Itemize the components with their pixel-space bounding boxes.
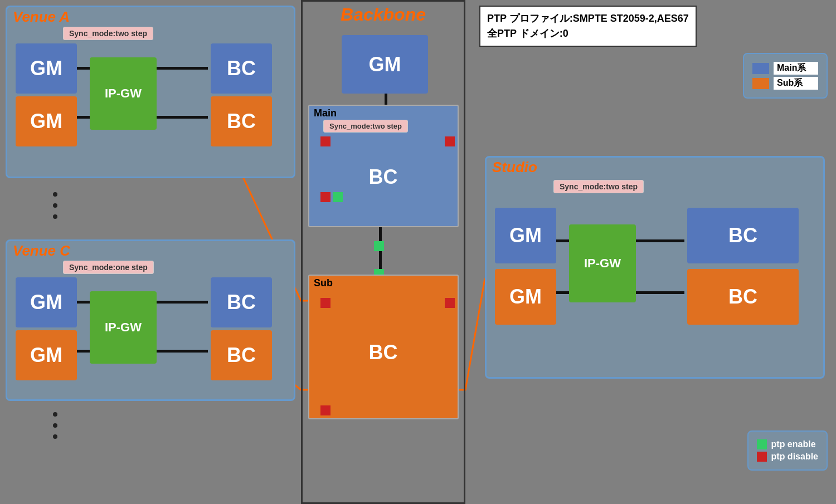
backbone-sub-label: Sub xyxy=(314,277,333,289)
legend-sub-swatch xyxy=(752,78,769,89)
sub-bc-ptp-disable-tr xyxy=(445,298,455,308)
sub-bc-ptp-disable-bl xyxy=(320,405,330,415)
venue-a-gm-bottom: GM xyxy=(16,96,77,146)
dot2 xyxy=(53,203,57,208)
backbone-main-bc: BC xyxy=(320,136,446,217)
studio-bc-bottom: BC xyxy=(687,269,799,325)
venue-a-bc-top: BC xyxy=(211,43,272,94)
venue-a-sync: Sync_mode:two step xyxy=(63,27,153,40)
venue-a: Venue A Sync_mode:two step GM GM IP-GW B… xyxy=(6,6,295,178)
venue-a-ipgw: IP-GW xyxy=(90,57,157,130)
ptp-enable-swatch xyxy=(757,439,767,449)
main-bc-ptp-disable-tr xyxy=(445,136,455,146)
backbone-sync: Sync_mode:two step xyxy=(323,120,408,133)
studio-bc-top: BC xyxy=(687,208,799,263)
venue-c-bc-top: BC xyxy=(211,277,272,327)
venue-a-gm-top: GM xyxy=(16,43,77,94)
legend-box: Main系 Sub系 xyxy=(743,53,828,99)
venue-c-ipgw: IP-GW xyxy=(90,291,157,364)
dot6 xyxy=(53,434,57,439)
backbone-main-section: Main Sync_mode:two step BC xyxy=(308,105,459,227)
venue-c-bc-bottom: BC xyxy=(211,330,272,380)
bb-ptp-enable-mid xyxy=(374,241,384,251)
ptp-disable-swatch xyxy=(757,452,767,462)
venue-a-label: Venue A xyxy=(13,8,70,26)
legend-main-label: Main系 xyxy=(774,62,818,75)
st-hline3 xyxy=(629,239,684,242)
ptp-enable-label: ptp enable xyxy=(771,439,816,449)
info-line2: 全PTP ドメイン:0 xyxy=(487,26,689,41)
venue-a-bc-bottom: BC xyxy=(211,96,272,146)
studio-gm-top: GM xyxy=(495,208,556,263)
vc-hline3 xyxy=(152,301,208,304)
venue-c-sync: Sync_mode:one step xyxy=(63,261,154,274)
legend-sub-label: Sub系 xyxy=(774,77,818,90)
studio-ipgw: IP-GW xyxy=(569,224,636,302)
backbone: Backbone GM Main Sync_mode:two step BC S… xyxy=(301,0,465,504)
main-bc-ptp-disable-bl xyxy=(320,192,330,202)
studio: Studio Sync_mode:two step GM GM IP-GW BC… xyxy=(485,156,825,379)
ptp-disable-legend-item: ptp disable xyxy=(757,452,818,462)
studio-gm-bottom: GM xyxy=(495,269,556,325)
va-hline4 xyxy=(152,116,208,119)
legend-main-item: Main系 xyxy=(752,62,818,75)
st-hline4 xyxy=(629,291,684,294)
main-bc-ptp-disable-tl xyxy=(320,136,330,146)
studio-sync: Sync_mode:two step xyxy=(553,180,644,193)
main-bc-ptp-enable-bl xyxy=(333,192,343,202)
vc-hline4 xyxy=(152,350,208,353)
studio-label: Studio xyxy=(492,159,537,176)
backbone-main-label: Main xyxy=(314,107,337,119)
info-box: PTP プロファイル:SMPTE ST2059-2,AES67 全PTP ドメイ… xyxy=(479,6,697,47)
backbone-sub-bc: BC xyxy=(320,298,446,407)
va-hline3 xyxy=(152,67,208,70)
dot4 xyxy=(53,412,57,417)
backbone-gm: GM xyxy=(342,35,428,94)
ptp-enable-legend-item: ptp enable xyxy=(757,439,818,449)
info-line1: PTP プロファイル:SMPTE ST2059-2,AES67 xyxy=(487,11,689,26)
backbone-label: Backbone xyxy=(341,4,426,25)
venue-c-label: Venue C xyxy=(13,242,70,260)
venue-c: Venue C Sync_mode:one step GM GM IP-GW B… xyxy=(6,239,295,401)
dot1 xyxy=(53,192,57,197)
venue-c-gm-bottom: GM xyxy=(16,330,77,380)
backbone-sub-section: Sub BC xyxy=(308,275,459,419)
sub-bc-ptp-disable-tl xyxy=(320,298,330,308)
dot3 xyxy=(53,214,57,219)
legend-sub-item: Sub系 xyxy=(752,77,818,90)
dot5 xyxy=(53,423,57,428)
legend-main-swatch xyxy=(752,63,769,74)
ptp-legend-box: ptp enable ptp disable xyxy=(747,430,828,471)
ptp-disable-label: ptp disable xyxy=(771,452,818,462)
venue-c-gm-top: GM xyxy=(16,277,77,327)
